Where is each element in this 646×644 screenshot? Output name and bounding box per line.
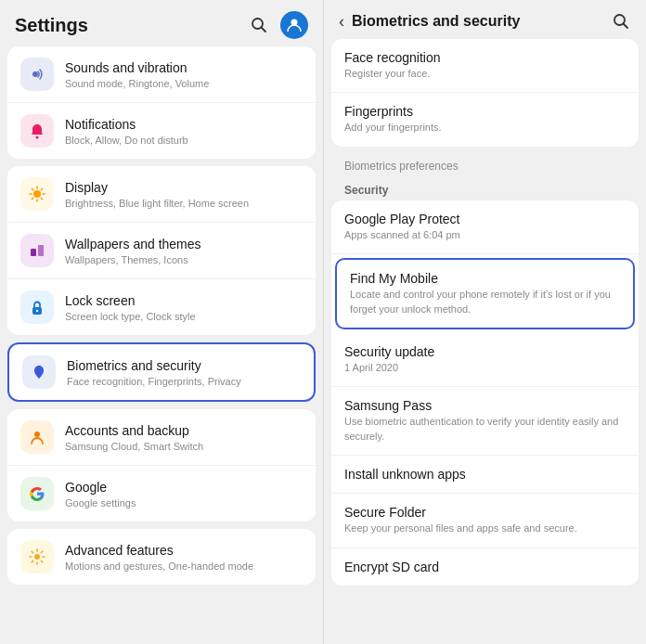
notifications-icon — [20, 114, 54, 148]
accounts-title: Accounts and backup — [65, 422, 303, 439]
svg-point-3 — [32, 71, 38, 77]
display-icon — [20, 177, 54, 211]
right-item-samsungpass[interactable]: Samsung Pass Use biometric authenticatio… — [331, 387, 639, 456]
svg-rect-14 — [31, 249, 36, 256]
svg-line-21 — [624, 24, 628, 29]
encryptsd-title: Encrypt SD card — [344, 560, 626, 574]
right-item-secupdate[interactable]: Security update 1 April 2020 — [331, 333, 639, 387]
header-icons — [249, 11, 308, 39]
face-title: Face recognition — [344, 50, 626, 65]
face-subtitle: Register your face. — [344, 67, 626, 81]
security-group: Google Play Protect Apps scanned at 6:04… — [331, 200, 639, 586]
lock-icon — [20, 290, 54, 324]
accounts-text: Accounts and backup Samsung Cloud, Smart… — [65, 422, 303, 451]
samsungpass-title: Samsung Pass — [344, 398, 626, 413]
notifications-subtitle: Block, Allow, Do not disturb — [65, 135, 303, 146]
svg-point-18 — [34, 431, 40, 437]
accounts-subtitle: Samsung Cloud, Smart Switch — [65, 441, 303, 452]
svg-line-13 — [32, 198, 32, 199]
sidebar-item-sounds[interactable]: Sounds and vibration Sound mode, Rington… — [7, 46, 316, 103]
search-icon[interactable] — [249, 15, 269, 35]
right-panel-title: Biometrics and security — [352, 13, 520, 30]
right-panel: ‹ Biometrics and security Face recogniti… — [323, 0, 646, 644]
right-item-encryptsd[interactable]: Encrypt SD card — [331, 548, 639, 586]
accounts-icon — [20, 420, 54, 454]
sidebar-item-google[interactable]: Google Google settings — [7, 466, 316, 522]
biometrics-top-group: Face recognition Register your face. Fin… — [331, 39, 639, 147]
right-item-fingerprints[interactable]: Fingerprints Add your fingerprints. — [331, 93, 639, 146]
advanced-icon — [20, 540, 54, 573]
notifications-text: Notifications Block, Allow, Do not distu… — [65, 116, 303, 145]
left-panel: Settings — [0, 0, 323, 644]
back-icon[interactable]: ‹ — [339, 12, 344, 32]
left-header: Settings — [0, 0, 323, 46]
google-subtitle: Google settings — [65, 497, 303, 509]
right-item-unknownapps[interactable]: Install unknown apps — [331, 456, 639, 494]
findmymobile-title: Find My Mobile — [350, 271, 620, 286]
wallpapers-text: Wallpapers and themes Wallpapers, Themes… — [65, 236, 303, 264]
display-text: Display Brightness, Blue light filter, H… — [65, 179, 303, 208]
sidebar-item-advanced[interactable]: Advanced features Motions and gestures, … — [7, 529, 316, 585]
gpp-title: Google Play Protect — [344, 212, 626, 226]
wallpaper-icon — [20, 234, 54, 267]
sidebar-item-biometrics[interactable]: Biometrics and security Face recognition… — [9, 344, 314, 400]
google-text: Google Google settings — [65, 479, 303, 508]
user-avatar[interactable] — [280, 11, 308, 39]
wallpapers-title: Wallpapers and themes — [65, 236, 303, 252]
settings-group-3: Biometrics and security Face recognition… — [7, 342, 316, 402]
notifications-title: Notifications — [65, 116, 303, 133]
settings-group-1: Sounds and vibration Sound mode, Rington… — [7, 46, 316, 159]
right-item-securefolder[interactable]: Secure Folder Keep your personal files a… — [331, 494, 639, 547]
right-item-face[interactable]: Face recognition Register your face. — [331, 39, 639, 93]
google-title: Google — [65, 479, 303, 496]
right-search-icon[interactable] — [611, 11, 631, 32]
sidebar-item-wallpapers[interactable]: Wallpapers and themes Wallpapers, Themes… — [7, 223, 316, 279]
lockscreen-text: Lock screen Screen lock type, Clock styl… — [65, 292, 303, 321]
right-item-findmymobile[interactable]: Find My Mobile Locate and control your p… — [335, 258, 635, 329]
samsungpass-subtitle: Use biometric authentication to verify y… — [344, 415, 626, 444]
sound-icon — [20, 58, 54, 91]
settings-list: Sounds and vibration Sound mode, Rington… — [0, 46, 323, 644]
secupdate-subtitle: 1 April 2020 — [344, 361, 626, 375]
advanced-subtitle: Motions and gestures, One-handed mode — [65, 560, 303, 572]
settings-group-5: Advanced features Motions and gestures, … — [7, 529, 316, 585]
sidebar-item-lockscreen[interactable]: Lock screen Screen lock type, Clock styl… — [7, 279, 316, 335]
wallpapers-subtitle: Wallpapers, Themes, Icons — [65, 254, 303, 265]
lockscreen-subtitle: Screen lock type, Clock style — [65, 311, 303, 322]
svg-line-10 — [32, 188, 32, 189]
biometrics-icon — [22, 355, 56, 389]
sidebar-item-accounts[interactable]: Accounts and backup Samsung Cloud, Smart… — [7, 409, 316, 466]
right-header: ‹ Biometrics and security — [324, 0, 646, 39]
right-list: Face recognition Register your face. Fin… — [324, 39, 646, 644]
svg-line-12 — [41, 188, 42, 189]
svg-point-19 — [34, 554, 40, 560]
biometrics-text: Biometrics and security Face recognition… — [67, 357, 301, 386]
gpp-subtitle: Apps scanned at 6:04 pm — [344, 228, 626, 242]
biometrics-prefs-label: Biometrics preferences — [331, 150, 639, 176]
settings-group-2: Display Brightness, Blue light filter, H… — [7, 166, 316, 335]
biometrics-subtitle: Face recognition, Fingerprints, Privacy — [67, 376, 301, 387]
google-icon — [20, 477, 54, 510]
security-section-label: Security — [331, 176, 639, 200]
lockscreen-title: Lock screen — [65, 292, 303, 309]
svg-line-1 — [262, 28, 266, 32]
sounds-text: Sounds and vibration Sound mode, Rington… — [65, 59, 303, 88]
sidebar-item-notifications[interactable]: Notifications Block, Allow, Do not distu… — [7, 103, 316, 159]
svg-point-17 — [36, 310, 38, 312]
unknownapps-title: Install unknown apps — [344, 467, 626, 482]
biometrics-title: Biometrics and security — [67, 357, 301, 374]
svg-line-11 — [41, 198, 42, 199]
right-item-gpp[interactable]: Google Play Protect Apps scanned at 6:04… — [331, 200, 639, 254]
settings-group-4: Accounts and backup Samsung Cloud, Smart… — [7, 409, 316, 522]
sounds-subtitle: Sound mode, Ringtone, Volume — [65, 78, 303, 89]
settings-title: Settings — [15, 15, 88, 36]
secupdate-title: Security update — [344, 344, 626, 359]
svg-point-5 — [33, 190, 41, 198]
right-header-left: ‹ Biometrics and security — [339, 12, 520, 32]
svg-point-4 — [36, 136, 39, 139]
fingerprints-subtitle: Add your fingerprints. — [344, 121, 626, 135]
advanced-text: Advanced features Motions and gestures, … — [65, 542, 303, 571]
findmymobile-subtitle: Locate and control your phone remotely i… — [350, 288, 620, 316]
display-subtitle: Brightness, Blue light filter, Home scre… — [65, 198, 303, 209]
sidebar-item-display[interactable]: Display Brightness, Blue light filter, H… — [7, 166, 316, 223]
